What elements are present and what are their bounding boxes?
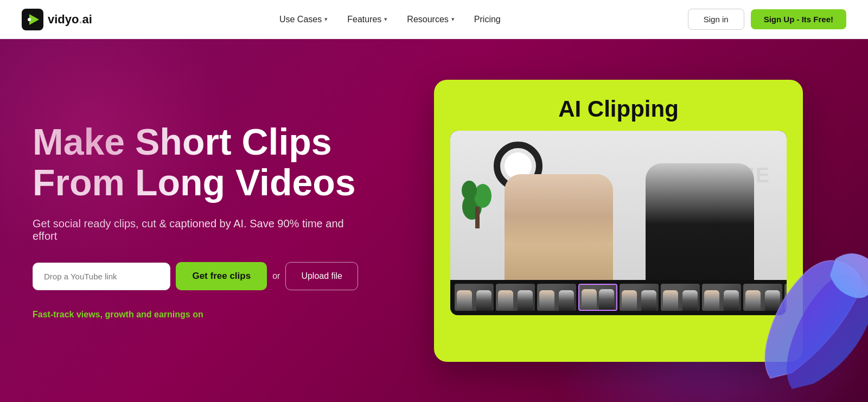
signin-button[interactable]: Sign in	[688, 9, 744, 30]
chevron-down-icon: ▾	[324, 16, 328, 23]
svg-rect-6	[475, 207, 480, 228]
chevron-down-icon: ▾	[384, 16, 387, 23]
hero-subtitle: Get social ready clips, cut & captioned …	[33, 218, 358, 243]
navbar: vidyo.ai Use Cases ▾ Features ▾ Resource…	[0, 0, 868, 39]
nav-features[interactable]: Features ▾	[347, 15, 387, 24]
timeline-thumb-2	[496, 284, 535, 311]
timeline-thumb-9	[784, 284, 787, 311]
nav-links: Use Cases ▾ Features ▾ Resources ▾ Prici…	[279, 15, 501, 24]
timeline-thumb-8	[743, 284, 782, 311]
timeline-thumb-6	[661, 284, 700, 311]
timeline-thumb-5	[620, 284, 659, 311]
timeline-thumb-1	[455, 284, 494, 311]
hero-title: Make Short Clips From Long Videos	[33, 122, 358, 203]
chevron-down-icon: ▾	[451, 16, 455, 23]
youtube-link-input[interactable]	[33, 263, 170, 290]
timeline-strip	[450, 280, 787, 315]
hero-input-row: Get free clips or Upload file	[33, 262, 358, 290]
nav-pricing[interactable]: Pricing	[474, 15, 501, 24]
plant-decoration	[461, 163, 494, 228]
logo-icon	[22, 9, 43, 30]
fasttrack-text: Fast-track views, growth and earnings on	[33, 310, 358, 320]
or-label: or	[272, 271, 280, 281]
hero-left: Make Short Clips From Long Videos Get so…	[0, 89, 391, 353]
nav-use-cases[interactable]: Use Cases ▾	[279, 15, 328, 24]
logo-text: vidyo.ai	[48, 12, 92, 27]
svg-point-2	[28, 18, 31, 21]
nav-actions: Sign in Sign Up - Its Free!	[688, 9, 846, 30]
ai-clipping-card: AI Clipping SOMEFABOR	[434, 80, 803, 362]
hero-section: Make Short Clips From Long Videos Get so…	[0, 39, 868, 402]
nav-resources[interactable]: Resources ▾	[407, 15, 454, 24]
timeline-thumb-7	[702, 284, 741, 311]
svg-point-4	[474, 184, 492, 208]
timeline-thumb-3	[537, 284, 576, 311]
get-clips-button[interactable]: Get free clips	[176, 262, 267, 290]
upload-file-button[interactable]: Upload file	[285, 262, 358, 290]
signup-button[interactable]: Sign Up - Its Free!	[751, 9, 846, 29]
hero-right: AI Clipping SOMEFABOR	[391, 63, 868, 378]
timeline-thumb-4-active	[578, 284, 617, 311]
ai-video-preview: SOMEFABOR	[450, 131, 787, 315]
logo[interactable]: vidyo.ai	[22, 9, 92, 30]
svg-point-5	[462, 181, 477, 200]
ai-card-title: AI Clipping	[450, 96, 787, 122]
